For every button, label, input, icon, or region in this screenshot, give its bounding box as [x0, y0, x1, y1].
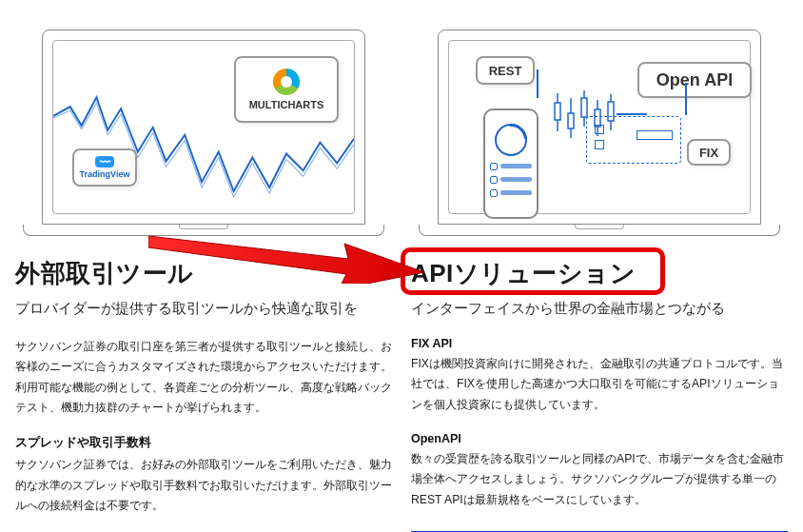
openapi-heading: OpenAPI: [411, 432, 788, 445]
api-solutions-title: APIソリューション: [411, 257, 788, 290]
external-tools-card: MULTICHARTS 〰 TradingView 外部取引ツール プロバイダー…: [15, 0, 392, 532]
external-tools-title: 外部取引ツール: [15, 257, 392, 290]
phone-mockup-icon: [483, 108, 539, 219]
openapi-chip: Open API: [637, 62, 752, 98]
api-solutions-subtitle: インターフェイスから世界の金融市場とつながる: [411, 300, 788, 318]
spread-fees-heading: スプレッドや取引手数料: [15, 435, 392, 451]
multicharts-logo-icon: [273, 69, 300, 95]
rest-chip: REST: [476, 56, 535, 85]
fix-chip: FIX: [687, 139, 731, 166]
api-solutions-card: REST Open API FIX: [411, 0, 788, 532]
multicharts-chip: MULTICHARTS: [234, 56, 339, 123]
svg-rect-5: [581, 98, 587, 117]
external-tools-body1: サクソバンク証券の取引口座を第三者が提供する取引ツールと接続し、お客様のニーズに…: [15, 337, 392, 418]
illustration-laptop-chart: MULTICHARTS 〰 TradingView: [15, 0, 392, 236]
tradingview-chip: 〰 TradingView: [72, 148, 137, 187]
svg-rect-1: [555, 103, 560, 120]
multicharts-label: MULTICHARTS: [249, 99, 324, 110]
tradingview-label: TradingView: [80, 169, 130, 179]
svg-rect-3: [568, 113, 574, 128]
fix-api-body: FIXは機関投資家向けに開発された、金融取引の共通プロトコルです。当社では、FI…: [411, 354, 788, 415]
dashed-module-icon: [586, 116, 681, 164]
openapi-body: 数々の受賞歴を誇る取引ツールと同様のAPIで、市場データを含む金融市場全体へアク…: [411, 449, 788, 510]
tradingview-logo-icon: 〰: [95, 156, 114, 167]
illustration-laptop-api: REST Open API FIX: [411, 0, 788, 236]
external-tools-body2: サクソバンク証券では、お好みの外部取引ツールをご利用いただき、魅力的な水準のスプ…: [15, 455, 392, 516]
fix-api-heading: FIX API: [411, 337, 788, 350]
external-tools-subtitle: プロバイダーが提供する取引ツールから快適な取引を: [15, 300, 392, 318]
